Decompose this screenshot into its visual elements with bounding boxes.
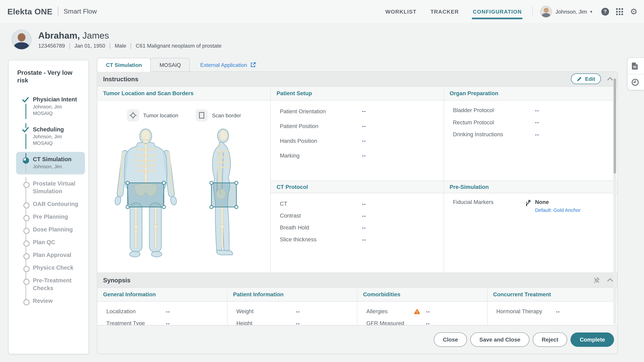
top-bar: Elekta ONE Smart Flow WORKLISTTRACKERCON… [0,0,644,23]
step-connector [26,236,26,241]
scan-border-icon [196,109,208,121]
field-value: -- [362,225,366,230]
field-label: Marking [280,152,362,159]
nav-item-worklist[interactable]: WORKLIST [386,0,416,23]
comorbidities-column: Comorbidities Allergies--GFR Measured-- [358,288,487,326]
field-row: Marking-- [271,148,444,163]
workflow-step-ct-simulation[interactable]: CT SimulationJohnson, Jim [8,153,88,172]
field-label: Rectum Protocol [453,119,535,125]
help-icon[interactable]: ? [601,7,609,15]
close-button[interactable]: Close [434,333,467,347]
workflow-step-plan-qc[interactable]: Plan QC [8,236,88,249]
field-value: -- [535,119,539,125]
legend-scan-border[interactable]: Scan border [196,109,241,121]
settings-gear-icon[interactable]: ⚙ [630,7,638,15]
vertical-scrollbar[interactable] [613,72,616,324]
organ-preparation-fields: Bladder Protocol--Rectum Protocol--Drink… [444,100,617,181]
field-label: Slice thickness [280,237,362,243]
step-todo-circle-icon [24,202,30,209]
step-todo-circle-icon [24,266,30,272]
field-row: Hormonal Therapy-- [487,305,617,317]
step-connector [26,164,26,172]
step-connector [26,285,26,295]
tab-mosaiq[interactable]: MOSAIQ [150,58,190,72]
field-label: Drinking Instructions [453,131,535,138]
patient-id: 123456789 [38,43,65,49]
step-connector [26,104,26,119]
patient-setup-header: Patient Setup [271,87,444,100]
step-label: Physics Check [33,264,84,272]
body-diagram-front [114,129,177,257]
comorbidities-header: Comorbidities [358,288,487,302]
brand-separator [58,7,58,16]
field-label: Breath Hold [280,225,362,231]
fiducial-default-link[interactable]: Default: Gold Anchor [535,207,580,213]
patient-sex: Male [115,43,126,49]
apps-grid-icon[interactable] [616,8,623,15]
reject-button[interactable]: Reject [533,333,567,347]
workflow-step-scheduling[interactable]: SchedulingJohnson, JimMOSAIQ [8,123,88,149]
step-todo-circle-icon [24,279,30,285]
user-menu[interactable]: Johnson, Jim ▾ [540,5,592,17]
warning-icon [414,308,420,314]
ct-protocol-header: CT Protocol [271,181,444,193]
body-diagrams [97,124,270,264]
legend-label: Scan border [212,112,241,118]
workflow-steps: Physician IntentJohnson, JimMOSAIQSchedu… [8,93,88,307]
scrollbar-thumb[interactable] [614,78,616,174]
workflow-title: Prostate - Very low risk [8,60,88,84]
synopsis-grid: General Information Localization--Treatm… [97,288,617,326]
field-row: CT-- [271,198,444,210]
workflow-step-oar-contouring[interactable]: OAR Contouring [8,198,88,211]
complete-button[interactable]: Complete [571,333,614,347]
legend-tumor-location[interactable]: Tumor location [127,109,178,121]
field-row: Hands Position-- [271,133,444,148]
workflow-sidebar: Prostate - Very low risk Physician Inten… [8,60,89,354]
history-clock-icon [631,78,639,86]
step-connector [26,209,26,211]
step-connector [26,272,26,274]
edit-button[interactable]: Edit [571,73,601,84]
patient-setup-fields: Patient Orientation--Patient Position--H… [271,100,444,181]
field-value: -- [166,308,170,314]
field-value: -- [556,308,560,314]
field-value: -- [362,237,366,242]
step-connector [26,274,26,279]
workflow-step-review[interactable]: Review [8,295,88,307]
collapse-synopsis-chevron-up-icon[interactable] [607,278,613,282]
collapse-instructions-chevron-up-icon[interactable] [607,76,613,81]
instructions-grid: Tumor Location and Scan Borders Tumor lo… [97,87,617,273]
tumor-location-panel: Tumor Location and Scan Borders Tumor lo… [97,87,271,273]
tab-bar: CT Simulation MOSAIQ External Applicatio… [97,58,256,72]
workflow-step-prostate-virtual-simulation[interactable]: Prostate Virtual Simulation [8,177,88,198]
step-connector [26,295,26,300]
tab-ct-simulation[interactable]: CT Simulation [97,58,151,72]
field-row: Allergies-- [358,305,487,317]
history-tool[interactable] [628,74,644,90]
nav-item-configuration[interactable]: CONFIGURATION [473,0,522,23]
nav-item-tracker[interactable]: TRACKER [430,0,459,23]
documents-tool[interactable] [628,58,644,74]
workflow-step-physician-intent[interactable]: Physician IntentJohnson, JimMOSAIQ [8,93,88,119]
workflow-step-dose-planning[interactable]: Dose Planning [8,223,88,236]
synopsis-header: Synopsis [97,273,617,288]
deviation-icon [525,199,531,206]
patient-meta: 123456789 Jan 01, 1950 Male C61 Malignan… [38,43,222,49]
workflow-step-physics-check[interactable]: Physics Check [8,261,88,274]
workflow-step-pre-planning[interactable]: Pre Planning [8,211,88,223]
field-label: Patient Position [280,123,362,129]
workflow-step-pre-treatment-checks[interactable]: Pre-Treatment Checks [8,274,88,295]
primary-nav: WORKLISTTRACKERCONFIGURATION [386,0,522,23]
step-connector [26,221,26,223]
general-information-column: General Information Localization--Treatm… [97,288,227,326]
field-value: -- [535,107,539,113]
body-diagram-svg [99,124,268,264]
step-todo-circle-icon [24,215,30,221]
unpin-icon[interactable] [593,277,600,284]
patient-avatar [12,29,32,50]
save-and-close-button[interactable]: Save and Close [470,333,529,347]
workflow-step-plan-approval[interactable]: Plan Approval [8,249,88,261]
instructions-title: Instructions [103,76,138,83]
external-application-link[interactable]: External Application [200,58,256,72]
pre-simulation-header: Pre-Simulation [444,181,617,193]
